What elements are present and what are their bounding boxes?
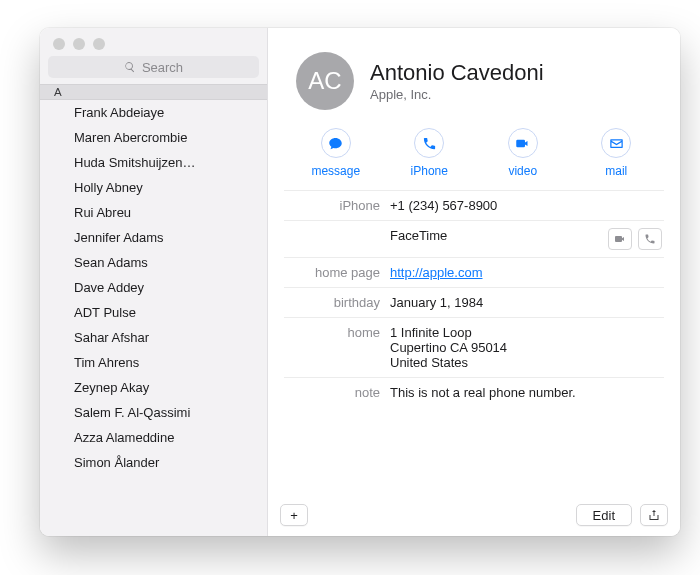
list-item[interactable]: Tim Ahrens [40, 350, 267, 375]
field-label: home page [284, 265, 380, 280]
field-value[interactable]: +1 (234) 567-8900 [390, 198, 664, 213]
list-item[interactable]: Jennifer Adams [40, 225, 267, 250]
list-item[interactable]: Sahar Afshar [40, 325, 267, 350]
add-button[interactable]: + [280, 504, 308, 526]
mail-action[interactable]: mail [571, 128, 663, 178]
facetime-buttons [608, 228, 664, 250]
field-note: note This is not a real phone number. [284, 377, 664, 407]
phone-icon [414, 128, 444, 158]
field-facetime: FaceTime [284, 220, 664, 257]
plus-icon: + [290, 508, 298, 523]
homepage-link[interactable]: http://apple.com [390, 265, 483, 280]
field-value[interactable]: 1 Infinite Loop Cupertino CA 95014 Unite… [390, 325, 664, 370]
field-iphone: iPhone +1 (234) 567-8900 [284, 190, 664, 220]
phone-action[interactable]: iPhone [384, 128, 476, 178]
list-item[interactable]: Huda Smitshuijzen… [40, 150, 267, 175]
contacts-list[interactable]: Frank AbdeiayeMaren AbercrombieHuda Smit… [40, 100, 267, 536]
zoom-icon[interactable] [93, 38, 105, 50]
facetime-audio-button[interactable] [638, 228, 662, 250]
search-input[interactable]: Search [48, 56, 259, 78]
message-action[interactable]: message [290, 128, 382, 178]
video-action[interactable]: video [477, 128, 569, 178]
video-icon [508, 128, 538, 158]
field-birthday: birthday January 1, 1984 [284, 287, 664, 317]
list-item[interactable]: Simon Ålander [40, 450, 267, 475]
field-label: iPhone [284, 198, 380, 213]
edit-label: Edit [593, 508, 615, 523]
field-homepage: home page http://apple.com [284, 257, 664, 287]
search-placeholder: Search [142, 60, 183, 75]
list-item[interactable]: Zeynep Akay [40, 375, 267, 400]
contact-name: Antonio Cavedoni [370, 60, 544, 86]
list-item[interactable]: Rui Abreu [40, 200, 267, 225]
minimize-icon[interactable] [73, 38, 85, 50]
field-label: note [284, 385, 380, 400]
action-label: iPhone [411, 164, 448, 178]
list-item[interactable]: Dave Addey [40, 275, 267, 300]
action-label: mail [605, 164, 627, 178]
field-label: home [284, 325, 380, 340]
footer: + Edit [268, 496, 680, 536]
phone-icon [644, 233, 656, 245]
field-value: FaceTime [390, 228, 598, 243]
edit-button[interactable]: Edit [576, 504, 632, 526]
field-home: home 1 Infinite Loop Cupertino CA 95014 … [284, 317, 664, 377]
window-controls [40, 28, 267, 56]
avatar[interactable]: AC [296, 52, 354, 110]
list-item[interactable]: Maren Abercrombie [40, 125, 267, 150]
field-label: birthday [284, 295, 380, 310]
share-icon [648, 509, 660, 521]
field-value: http://apple.com [390, 265, 664, 280]
list-item[interactable]: Azza Alameddine [40, 425, 267, 450]
list-item[interactable]: Holly Abney [40, 175, 267, 200]
list-item[interactable]: Salem F. Al-Qassimi [40, 400, 267, 425]
mail-icon [601, 128, 631, 158]
section-header: A [40, 84, 267, 100]
close-icon[interactable] [53, 38, 65, 50]
list-item[interactable]: Frank Abdeiaye [40, 100, 267, 125]
list-item[interactable]: ADT Pulse [40, 300, 267, 325]
message-icon [321, 128, 351, 158]
fields: iPhone +1 (234) 567-8900 FaceTime home p… [268, 190, 680, 407]
contacts-window: Search A Frank AbdeiayeMaren Abercrombie… [40, 28, 680, 536]
name-block: Antonio Cavedoni Apple, Inc. [370, 60, 544, 102]
contact-detail: AC Antonio Cavedoni Apple, Inc. message … [268, 28, 680, 536]
search-wrap: Search [40, 56, 267, 84]
contact-header: AC Antonio Cavedoni Apple, Inc. [268, 28, 680, 114]
sidebar: Search A Frank AbdeiayeMaren Abercrombie… [40, 28, 268, 536]
video-icon [614, 233, 626, 245]
action-label: video [508, 164, 537, 178]
action-row: message iPhone video mail [268, 114, 680, 190]
field-value: January 1, 1984 [390, 295, 664, 310]
facetime-video-button[interactable] [608, 228, 632, 250]
share-button[interactable] [640, 504, 668, 526]
field-value[interactable]: This is not a real phone number. [390, 385, 664, 400]
list-item[interactable]: Sean Adams [40, 250, 267, 275]
contact-company: Apple, Inc. [370, 87, 544, 102]
action-label: message [311, 164, 360, 178]
search-icon [124, 61, 136, 73]
